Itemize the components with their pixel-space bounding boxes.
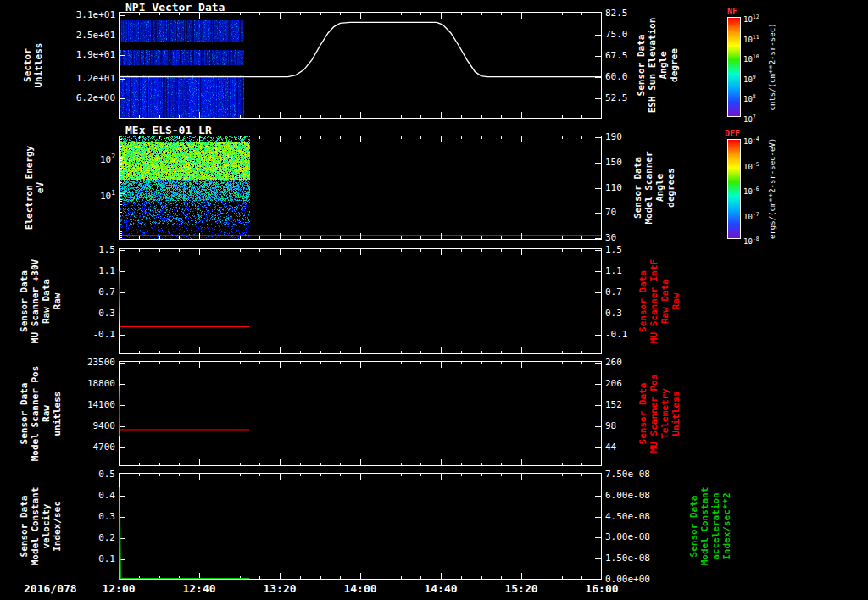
panel-2-plot-area xyxy=(119,248,602,354)
panel-1-plot-area xyxy=(119,136,602,240)
y-tick-label-right: 3.00e-08 xyxy=(605,531,690,543)
y-axis-label-right: acceleration xyxy=(710,473,721,580)
y-axis-label-left: Raw xyxy=(52,248,63,354)
y-axis-label-right: Angle xyxy=(658,12,669,119)
colorbar-tick-label: 10-6 xyxy=(743,185,760,194)
y-axis-label-left: Unitless xyxy=(33,12,44,119)
y-axis-label-right: degree xyxy=(669,12,680,119)
x-tick-label: 13:20 xyxy=(254,582,305,595)
colorbar-tick-label: 1011 xyxy=(743,33,760,42)
y-tick-label-left: 101 xyxy=(0,187,115,199)
y-axis-label-left: Raw Data xyxy=(41,248,52,354)
y-axis-label-right: Raw Data xyxy=(659,248,670,354)
y-axis-label-right: Model Constant xyxy=(699,473,710,580)
y-tick-label-right: 7.50e-08 xyxy=(605,469,690,481)
y-axis-label-left: Model Scanner Pos xyxy=(30,361,41,466)
colorbar-tick-label: 1012 xyxy=(743,13,760,22)
x-tick-label: 14:00 xyxy=(335,582,386,595)
y-axis-label-left: velocity xyxy=(41,473,52,580)
y-axis-label-right: Sensor Data xyxy=(632,136,643,240)
x-tick-label: 14:40 xyxy=(415,582,466,595)
colorbar-tick-label: 107 xyxy=(743,113,756,122)
y-axis-label-right: degrees xyxy=(665,136,676,240)
y-tick-label-left: 102 xyxy=(0,151,115,163)
y-axis-label-right: ESH Sun Elevation xyxy=(647,12,658,119)
colorbar-units: cnts/(cm**2-sr-sec) xyxy=(768,17,779,117)
y-axis-label-left: Sensor Data xyxy=(19,248,30,354)
y-axis-label-right: Raw xyxy=(670,248,682,354)
y-tick-label-left: 1.9e+01 xyxy=(0,49,115,61)
y-axis-label-right: MU Scanner Pos xyxy=(648,361,659,466)
y-tick-label-left: 6.2e+00 xyxy=(0,92,115,104)
colorbar-units: ergs/(cm**2-sr-sec-eV) xyxy=(768,139,779,239)
y-tick-label-left: 3.1e+01 xyxy=(0,9,115,21)
y-axis-label-right: Unitless xyxy=(670,361,682,466)
y-tick-label-right: 6.00e-08 xyxy=(605,490,690,502)
y-axis-label-right: Sensor Data xyxy=(636,12,647,119)
y-axis-label-left: Electron Energy xyxy=(24,136,35,240)
colorbar-tick-label: 10-8 xyxy=(743,235,760,244)
y-axis-label-left: Sensor Data xyxy=(19,473,30,580)
y-axis-label-left: Raw xyxy=(41,361,52,466)
x-tick-label: 16:00 xyxy=(576,582,627,595)
colorbar-tick-label: 109 xyxy=(743,73,756,82)
y-tick-label-left: 1.2e+01 xyxy=(0,73,115,85)
colorbar-nf-title: NF xyxy=(727,7,737,16)
colorbar-def-title: DEF xyxy=(725,129,740,138)
y-axis-label-left: Model Constant xyxy=(30,473,41,580)
plot-page: NPI Vector Data MEx ELS-01 LR 2016/078 N… xyxy=(0,0,868,600)
panel-0-plot-area xyxy=(119,12,602,119)
x-tick-label: 12:40 xyxy=(174,582,225,595)
y-tick-label-right: 1.50e-08 xyxy=(605,553,690,564)
x-tick-label: 15:20 xyxy=(496,582,547,595)
y-axis-label-left: Sector xyxy=(22,12,33,119)
y-tick-label-right: 4.50e-08 xyxy=(605,511,690,523)
colorbar-tick-label: 10-4 xyxy=(743,135,760,144)
y-axis-label-left: unitless xyxy=(52,361,63,466)
panel-4-plot-area xyxy=(119,473,602,580)
x-tick-label: 12:00 xyxy=(93,582,144,595)
colorbar-tick-label: 10-5 xyxy=(743,160,760,169)
colorbar-tick-label: 10-7 xyxy=(743,210,760,219)
panel-title-mex-els: MEx ELS-01 LR xyxy=(125,124,212,136)
y-axis-label-right: MU Scanner IntF xyxy=(648,248,659,354)
y-axis-label-left: Index/sec xyxy=(52,473,63,580)
colorbar-nf xyxy=(727,17,741,117)
y-axis-label-right: Sensor Data xyxy=(637,248,648,354)
y-axis-label-left: Sensor Data xyxy=(19,361,30,466)
panel-3-plot-area xyxy=(119,361,602,466)
y-axis-label-right: Telemetry xyxy=(659,361,670,466)
y-axis-label-right: Sensor Data xyxy=(637,361,648,466)
y-tick-label-left: 2.5e+01 xyxy=(0,30,115,42)
colorbar-tick-label: 108 xyxy=(743,92,756,102)
y-axis-label-right: Model Scanner xyxy=(643,136,654,240)
y-axis-label-right: Sensor Data xyxy=(688,473,699,580)
y-axis-label-right: Index/sec**2 xyxy=(721,473,732,580)
colorbar-def xyxy=(727,139,741,239)
colorbar-tick-label: 1010 xyxy=(743,53,760,62)
y-axis-label-left: eV xyxy=(35,136,46,240)
y-axis-label-right: Angle xyxy=(654,136,665,240)
y-axis-label-left: MU Scanner +30V xyxy=(30,248,41,354)
date-label: 2016/078 xyxy=(24,582,77,595)
